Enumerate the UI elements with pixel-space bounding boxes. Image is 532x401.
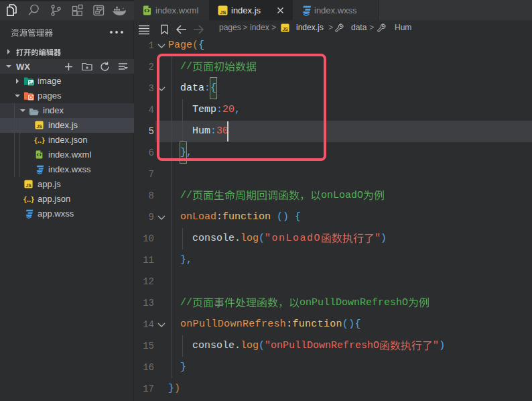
svg-text:{..}: {..} (23, 195, 34, 203)
svg-text:JS: JS (220, 9, 226, 15)
svg-text:JS: JS (26, 183, 32, 188)
svg-text:{..}: {..} (34, 136, 45, 144)
svg-text:JS: JS (283, 27, 289, 32)
svg-text:JS: JS (37, 124, 43, 129)
